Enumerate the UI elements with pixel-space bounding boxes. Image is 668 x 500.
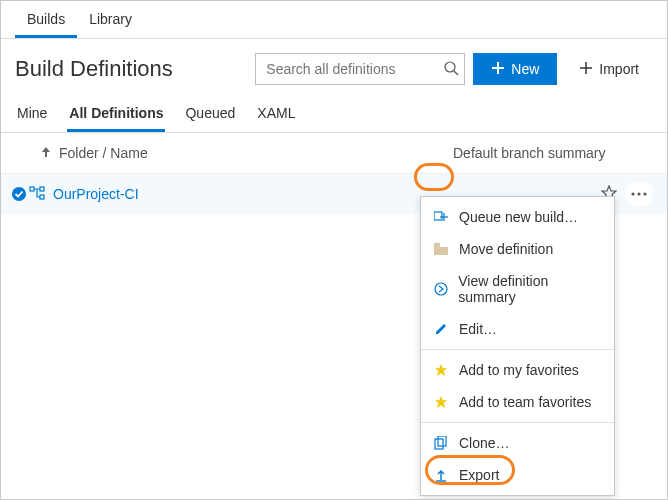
pencil-icon	[433, 322, 449, 336]
tab-library[interactable]: Library	[77, 1, 144, 38]
subtab-queued[interactable]: Queued	[183, 95, 237, 132]
menu-add-team-favorites[interactable]: Add to team favorites	[421, 386, 614, 418]
menu-separator	[421, 349, 614, 350]
more-actions-button[interactable]	[625, 182, 653, 206]
menu-export[interactable]: Export	[421, 459, 614, 491]
column-name[interactable]: Folder / Name	[41, 145, 453, 161]
clone-icon	[433, 436, 449, 450]
header-row: Build Definitions New Import	[1, 39, 667, 95]
svg-rect-16	[434, 243, 440, 246]
queue-icon	[433, 210, 449, 224]
svg-point-12	[643, 192, 646, 195]
svg-point-17	[435, 283, 447, 295]
top-tabs: Builds Library	[1, 1, 667, 39]
column-headers: Folder / Name Default branch summary	[1, 133, 667, 174]
svg-rect-8	[40, 187, 44, 191]
pipeline-icon	[29, 185, 47, 204]
search-icon	[443, 60, 459, 79]
page-title: Build Definitions	[15, 56, 173, 82]
column-name-label: Folder / Name	[59, 145, 148, 161]
svg-rect-19	[438, 436, 446, 446]
row-selected-icon[interactable]	[9, 186, 29, 202]
svg-rect-13	[434, 212, 442, 220]
menu-label: View definition summary	[458, 273, 602, 305]
svg-point-11	[637, 192, 640, 195]
menu-label: Add to team favorites	[459, 394, 591, 410]
svg-point-10	[631, 192, 634, 195]
import-button-label: Import	[599, 61, 639, 77]
context-menu: Queue new build… Move definition View de…	[420, 196, 615, 496]
star-icon	[433, 395, 449, 409]
svg-rect-18	[435, 439, 443, 449]
new-button[interactable]: New	[473, 53, 557, 85]
menu-label: Add to my favorites	[459, 362, 579, 378]
menu-label: Queue new build…	[459, 209, 578, 225]
plus-icon	[579, 61, 593, 78]
menu-clone[interactable]: Clone…	[421, 427, 614, 459]
sort-up-icon	[41, 145, 51, 161]
export-icon	[433, 468, 449, 482]
svg-rect-7	[30, 187, 34, 191]
svg-line-1	[454, 71, 458, 75]
menu-queue-new-build[interactable]: Queue new build…	[421, 201, 614, 233]
menu-add-my-favorites[interactable]: Add to my favorites	[421, 354, 614, 386]
menu-label: Move definition	[459, 241, 553, 257]
folder-icon	[433, 243, 449, 255]
arrow-right-circle-icon	[433, 282, 448, 296]
menu-label: Edit…	[459, 321, 497, 337]
import-button[interactable]: Import	[565, 53, 653, 85]
new-button-label: New	[511, 61, 539, 77]
search-input[interactable]	[264, 60, 443, 78]
menu-move-definition[interactable]: Move definition	[421, 233, 614, 265]
header-actions: New Import	[255, 53, 653, 85]
subtab-all-definitions[interactable]: All Definitions	[67, 95, 165, 132]
menu-edit[interactable]: Edit…	[421, 313, 614, 345]
plus-icon	[491, 61, 505, 78]
tab-builds[interactable]: Builds	[15, 1, 77, 38]
sub-tabs: Mine All Definitions Queued XAML	[1, 95, 667, 133]
subtab-mine[interactable]: Mine	[15, 95, 49, 132]
column-branch[interactable]: Default branch summary	[453, 145, 653, 161]
search-box[interactable]	[255, 53, 465, 85]
svg-point-6	[12, 187, 26, 201]
menu-label: Clone…	[459, 435, 510, 451]
subtab-xaml[interactable]: XAML	[255, 95, 297, 132]
svg-rect-9	[40, 195, 44, 199]
star-icon	[433, 363, 449, 377]
menu-separator	[421, 422, 614, 423]
svg-point-0	[445, 62, 455, 72]
menu-label: Export	[459, 467, 499, 483]
menu-view-summary[interactable]: View definition summary	[421, 265, 614, 313]
